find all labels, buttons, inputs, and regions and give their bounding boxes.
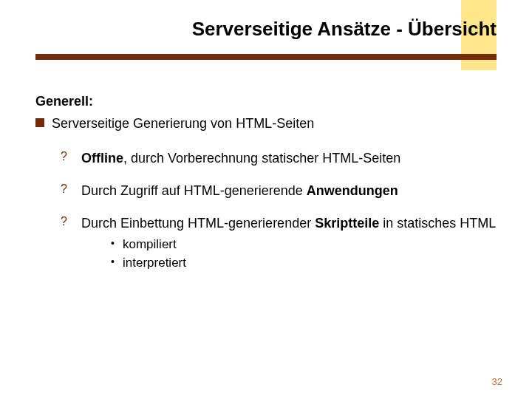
subbullets: ? Offline, durch Vorberechnung statische…: [35, 149, 497, 273]
text-span: Durch Zugriff auf HTML-generierende: [81, 183, 307, 198]
bullet-level2: ? Offline, durch Vorberechnung statische…: [61, 149, 497, 167]
bold-term: Anwendungen: [307, 183, 398, 198]
bullet-level3: • interpretiert: [111, 255, 497, 272]
title-rule: [35, 54, 497, 60]
bullet-text: Serverseitige Generierung von HTML-Seite…: [52, 115, 314, 132]
pointer-icon: ?: [61, 182, 74, 197]
text-span: in statisches HTML: [379, 216, 496, 231]
bold-term: Offline: [81, 151, 123, 166]
bullet-text: interpretiert: [123, 255, 186, 272]
page-number: 32: [492, 376, 502, 387]
bullet-text: Durch Einbettung HTML-generierender Skri…: [81, 214, 497, 232]
dot-bullet-icon: •: [111, 255, 117, 270]
bullet-text: kompiliert: [123, 236, 177, 253]
title-area: Serverseitige Ansätze - Übersicht: [0, 0, 532, 60]
bullet-level1: Serverseitige Generierung von HTML-Seite…: [35, 115, 497, 132]
bullet-level2: ? Durch Einbettung HTML-generierender Sk…: [61, 214, 497, 232]
bullet-level2: ? Durch Zugriff auf HTML-generierende An…: [61, 182, 497, 200]
bullet-level3: • kompiliert: [111, 236, 497, 253]
subsubbullets: • kompiliert • interpretiert: [61, 236, 497, 272]
slide-content: Generell: Serverseitige Generierung von …: [0, 60, 532, 272]
bullet-text: Durch Zugriff auf HTML-generierende Anwe…: [81, 182, 497, 200]
text-span: Durch Einbettung HTML-generierender: [81, 216, 315, 231]
text-span: , durch Vorberechnung statischer HTML-Se…: [123, 151, 400, 166]
square-bullet-icon: [35, 118, 44, 127]
slide-title: Serverseitige Ansätze - Übersicht: [0, 18, 532, 41]
dot-bullet-icon: •: [111, 236, 117, 251]
bullet-text: Offline, durch Vorberechnung statischer …: [81, 149, 497, 167]
pointer-icon: ?: [61, 149, 74, 165]
section-label: Generell:: [35, 92, 497, 110]
bold-term: Skriptteile: [315, 216, 379, 231]
pointer-icon: ?: [61, 214, 74, 230]
